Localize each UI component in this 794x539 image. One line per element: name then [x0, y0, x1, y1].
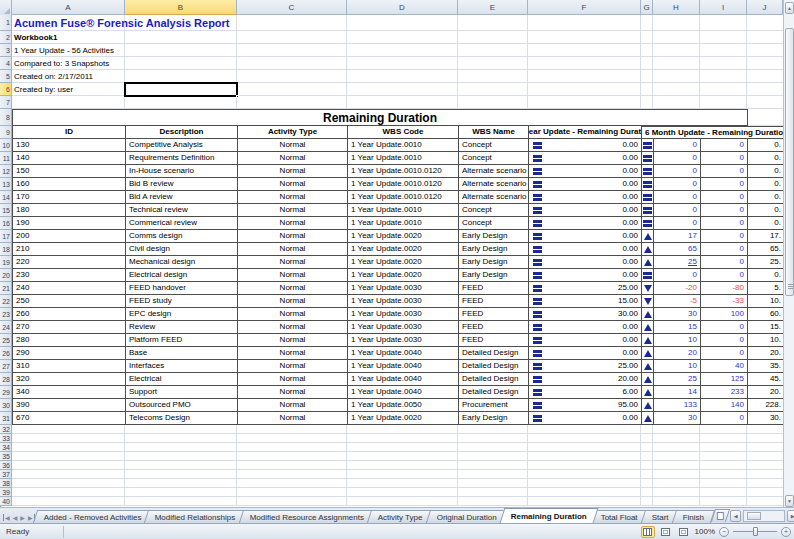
tab-modified-resource-assignments[interactable]: Modified Resource Assignments	[239, 510, 376, 523]
cell-id[interactable]: 140	[13, 152, 126, 165]
row-header-12[interactable]: 12	[0, 165, 12, 178]
cell-trend[interactable]	[642, 256, 654, 269]
cell-6month-delta-2[interactable]: 0	[701, 230, 748, 243]
cell-id[interactable]: 240	[13, 282, 126, 295]
column-header-G[interactable]: G	[641, 0, 653, 15]
cell-6month-delta-3[interactable]: 0.	[748, 165, 784, 178]
cell-trend[interactable]	[642, 347, 654, 360]
cell-6month-delta-2[interactable]: 233	[701, 386, 748, 399]
cell-trend[interactable]	[642, 191, 654, 204]
cell-id[interactable]: 190	[13, 217, 126, 230]
cell-wbs-name[interactable]: Concept	[459, 152, 529, 165]
cell-6month-delta-3[interactable]: 0.	[748, 139, 784, 152]
cell-id[interactable]: 230	[13, 269, 126, 282]
cell-6month-delta-1[interactable]: 0	[654, 178, 701, 191]
cell-id[interactable]: 670	[13, 412, 126, 425]
prev-sheet-icon[interactable]: ◀	[13, 514, 18, 521]
row-header-8[interactable]: 8	[0, 109, 12, 126]
selected-cell-outline[interactable]	[124, 82, 238, 97]
scroll-down-icon[interactable]: ▼	[785, 495, 794, 507]
row-header-31[interactable]: 31	[0, 412, 12, 425]
cell-6month-delta-3[interactable]: 15.	[748, 321, 784, 334]
cell-year-update-remaining[interactable]: 0.00	[529, 230, 642, 243]
column-header-J[interactable]: J	[747, 0, 783, 15]
cell-6month-delta-3[interactable]: 60.	[748, 308, 784, 321]
cell-wbs-name[interactable]: Early Design	[459, 269, 529, 282]
cell-6month-delta-2[interactable]: 0	[701, 321, 748, 334]
cell-year-update-remaining[interactable]: 25.00	[529, 282, 642, 295]
cell-6month-delta-1[interactable]: 10	[654, 360, 701, 373]
cell-id[interactable]: 200	[13, 230, 126, 243]
cell-id[interactable]: 220	[13, 256, 126, 269]
cell-wbs-code[interactable]: 1 Year Update.0030	[348, 282, 459, 295]
cell-wbs-code[interactable]: 1 Year Update.0010.0120	[348, 165, 459, 178]
cell-wbs-name[interactable]: Concept	[459, 139, 529, 152]
cell-wbs-code[interactable]: 1 Year Update.0020	[348, 412, 459, 425]
cell-description[interactable]: Requirements Definition	[126, 152, 238, 165]
cell-trend[interactable]	[642, 295, 654, 308]
row-header-16[interactable]: 16	[0, 217, 12, 230]
cell-year-update-remaining[interactable]: 0.00	[529, 256, 642, 269]
tab-modified-relationships[interactable]: Modified Relationships	[144, 510, 247, 523]
cell-activity-type[interactable]: Normal	[238, 399, 348, 412]
cell-wbs-name[interactable]: Alternate scenario	[459, 178, 529, 191]
tab-added-removed-activities[interactable]: Added - Removed Activities	[32, 510, 152, 523]
row-header-18[interactable]: 18	[0, 243, 12, 256]
cell-6month-delta-2[interactable]: 0	[701, 347, 748, 360]
cell-description[interactable]: In-House scenario	[126, 165, 238, 178]
cell-id[interactable]: 170	[13, 191, 126, 204]
row-header-29[interactable]: 29	[0, 386, 12, 399]
cell-wbs-code[interactable]: 1 Year Update.0020	[348, 230, 459, 243]
cell-year-update-remaining[interactable]: 30.00	[529, 308, 642, 321]
row-header-27[interactable]: 27	[0, 360, 12, 373]
cell-wbs-code[interactable]: 1 Year Update.0040	[348, 386, 459, 399]
cell-id[interactable]: 290	[13, 347, 126, 360]
cell-trend[interactable]	[642, 139, 654, 152]
cell-6month-delta-1[interactable]: 25	[654, 373, 701, 386]
cell-description[interactable]: Technical review	[126, 204, 238, 217]
cell-6month-delta-2[interactable]: 0	[701, 217, 748, 230]
cell-6month-delta-3[interactable]: 10.	[748, 334, 784, 347]
cell-6month-delta-1[interactable]: 10	[654, 334, 701, 347]
next-sheet-icon[interactable]: ▶	[20, 514, 25, 521]
cell-6month-delta-2[interactable]: 0	[701, 243, 748, 256]
row-header-24[interactable]: 24	[0, 321, 12, 334]
row-header-20[interactable]: 20	[0, 269, 12, 282]
cell-description[interactable]: Telecoms Design	[126, 412, 238, 425]
cell-wbs-name[interactable]: Early Design	[459, 256, 529, 269]
cell-trend[interactable]	[642, 282, 654, 295]
cell-6month-delta-2[interactable]: 40	[701, 360, 748, 373]
cell-6month-delta-3[interactable]: 17.	[748, 230, 784, 243]
cell-id[interactable]: 210	[13, 243, 126, 256]
cell-wbs-name[interactable]: Detailed Design	[459, 347, 529, 360]
cell-id[interactable]: 260	[13, 308, 126, 321]
column-header-D[interactable]: D	[347, 0, 458, 15]
cell-year-update-remaining[interactable]: 95.00	[529, 399, 642, 412]
cell-wbs-name[interactable]: FEED	[459, 295, 529, 308]
cell-6month-delta-2[interactable]: -33	[701, 295, 748, 308]
cell-trend[interactable]	[642, 217, 654, 230]
cell-description[interactable]: FEED handover	[126, 282, 238, 295]
cell-description[interactable]: Civil design	[126, 243, 238, 256]
cell-description[interactable]: Comms design	[126, 230, 238, 243]
cell-id[interactable]: 180	[13, 204, 126, 217]
cell-wbs-name[interactable]: Concept	[459, 204, 529, 217]
cell-id[interactable]: 150	[13, 165, 126, 178]
cell-6month-delta-2[interactable]: -80	[701, 282, 748, 295]
cell-year-update-remaining[interactable]: 15.00	[529, 295, 642, 308]
cell-6month-delta-3[interactable]: 20.	[748, 386, 784, 399]
row-header-13[interactable]: 13	[0, 178, 12, 191]
cell-activity-type[interactable]: Normal	[238, 360, 348, 373]
cell-6month-delta-3[interactable]: 0.	[748, 191, 784, 204]
row-header-7[interactable]: 7	[0, 96, 12, 109]
cell-year-update-remaining[interactable]: 6.00	[529, 386, 642, 399]
cell-6month-delta-3[interactable]: 0.	[748, 217, 784, 230]
cell-6month-delta-1[interactable]: 65	[654, 243, 701, 256]
cell-6month-delta-2[interactable]: 0	[701, 412, 748, 425]
cell-year-update-remaining[interactable]: 0.00	[529, 204, 642, 217]
cell-activity-type[interactable]: Normal	[238, 269, 348, 282]
zoom-out-button[interactable]: −	[719, 527, 729, 537]
cell-wbs-code[interactable]: 1 Year Update.0050	[348, 399, 459, 412]
cell-wbs-code[interactable]: 1 Year Update.0020	[348, 269, 459, 282]
cell-wbs-name[interactable]: Detailed Design	[459, 386, 529, 399]
